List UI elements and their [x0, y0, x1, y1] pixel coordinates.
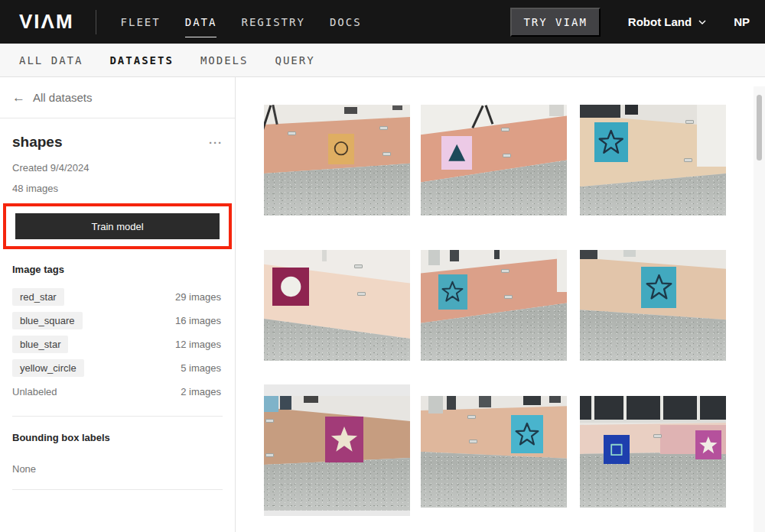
train-model-button[interactable]: Train model	[15, 213, 220, 239]
photo-detail	[625, 105, 638, 115]
photo	[580, 105, 726, 216]
photo-detail	[697, 396, 700, 420]
tab-all-data[interactable]: ALL DATA	[19, 54, 83, 66]
shape-card	[604, 435, 630, 464]
sidebar-divider	[12, 489, 223, 490]
photo-detail	[494, 250, 500, 259]
tag-count: 12 images	[175, 339, 221, 350]
shape-card	[325, 417, 363, 462]
dataset-info-section: shapes ··· Created 9/4/2024 48 images Tr…	[0, 118, 235, 490]
nav-item-fleet[interactable]: FLEET	[121, 11, 161, 33]
tab-models[interactable]: MODELS	[200, 54, 249, 66]
photo	[580, 396, 726, 508]
tab-query[interactable]: QUERY	[275, 54, 314, 66]
photo-detail	[392, 105, 402, 110]
star-glyph	[515, 420, 539, 449]
viam-data-page: VIΛM FLEET DATA REGISTRY DOCS TRY VIAM R…	[0, 0, 765, 532]
photo-detail	[580, 105, 620, 118]
star-glyph	[330, 422, 359, 457]
dataset-image[interactable]	[421, 396, 567, 508]
tab-datasets[interactable]: DATASETS	[109, 54, 173, 66]
try-viam-button[interactable]: TRY VIAM	[510, 8, 600, 37]
star-glyph	[698, 434, 718, 456]
hinge-mark	[469, 440, 477, 443]
photo-detail	[428, 250, 440, 265]
star-glyph	[598, 127, 623, 157]
tag-pill-blue-star[interactable]: blue_star	[12, 336, 68, 353]
nav-item-registry[interactable]: REGISTRY	[241, 11, 304, 33]
dataset-image[interactable]	[580, 250, 726, 361]
dataset-image[interactable]	[421, 105, 567, 216]
photo-detail	[428, 396, 443, 414]
hinge-mark	[382, 152, 391, 156]
dataset-created-date: Created 9/4/2024	[12, 162, 223, 174]
tag-pill-blue-square[interactable]: blue_square	[12, 312, 83, 329]
tag-count: 16 images	[175, 315, 221, 326]
scrollbar-track[interactable]	[754, 86, 765, 532]
tag-pill-yellow-circle[interactable]: yellow_circle	[12, 359, 84, 377]
hinge-mark	[684, 158, 692, 162]
photo-detail	[264, 396, 278, 412]
hinge-mark	[501, 269, 509, 273]
dataset-image[interactable]	[264, 384, 410, 516]
tag-row: Unlabeled 2 images	[12, 380, 223, 404]
back-label: All datasets	[33, 91, 93, 104]
tag-count: 5 images	[181, 362, 221, 374]
photo	[421, 250, 567, 361]
photo	[264, 250, 410, 361]
dataset-image-count: 48 images	[12, 183, 223, 194]
hinge-mark	[265, 453, 274, 457]
tag-count: 29 images	[175, 291, 221, 303]
scrollbar-thumb[interactable]	[757, 95, 762, 161]
shape-card	[641, 267, 676, 308]
photo-detail	[280, 396, 291, 410]
star-glyph	[441, 278, 464, 305]
bounding-box-labels-value: None	[12, 463, 223, 489]
photo-detail	[580, 420, 726, 423]
photo	[421, 396, 567, 508]
hinge-mark	[354, 264, 363, 268]
star-glyph	[646, 271, 672, 303]
tag-pill-red-star[interactable]: red_star	[12, 288, 64, 306]
back-to-datasets-link[interactable]: ← All datasets	[0, 77, 235, 118]
image-tags-list: red_star 29 images blue_square 16 images…	[12, 285, 223, 404]
hinge-mark	[653, 434, 662, 438]
dataset-image[interactable]	[421, 250, 567, 361]
photo-detail	[557, 250, 567, 292]
shape-card	[272, 268, 309, 306]
image-gallery	[236, 77, 765, 532]
viam-logo[interactable]: VIΛM	[19, 10, 74, 34]
shape-card	[594, 122, 628, 162]
dataset-name: shapes	[12, 134, 62, 151]
dataset-image[interactable]	[580, 396, 726, 508]
data-tabs: ALL DATA DATASETS MODELS QUERY	[0, 44, 765, 77]
circle-glyph	[331, 137, 351, 160]
back-arrow-icon: ←	[12, 90, 25, 105]
photo-detail	[450, 250, 458, 261]
dataset-sidebar: ← All datasets shapes ··· Created 9/4/20…	[0, 77, 236, 532]
dataset-image[interactable]	[264, 250, 410, 361]
photo-detail	[591, 396, 594, 420]
nav-item-docs[interactable]: DOCS	[330, 11, 362, 33]
tag-row: blue_square 16 images	[12, 309, 223, 332]
photo	[264, 105, 410, 216]
dataset-image[interactable]	[264, 105, 410, 216]
user-avatar[interactable]: NP	[734, 15, 750, 28]
shape-card	[511, 415, 543, 453]
shape-card	[695, 430, 721, 459]
nav-item-data[interactable]: DATA	[185, 11, 217, 33]
topnav-right: TRY VIAM Robot Land NP	[510, 8, 750, 37]
top-navigation: VIΛM FLEET DATA REGISTRY DOCS TRY VIAM R…	[0, 0, 765, 44]
photo	[264, 396, 410, 511]
hinge-mark	[357, 292, 366, 296]
photo-detail	[549, 105, 564, 116]
dataset-menu-button[interactable]: ···	[209, 136, 223, 149]
photo-detail	[479, 396, 490, 407]
hinge-mark	[265, 419, 274, 423]
org-switcher[interactable]: Robot Land	[628, 15, 706, 28]
photo-detail	[523, 396, 541, 405]
hinge-mark	[501, 128, 509, 131]
tag-row: blue_star 12 images	[12, 332, 223, 356]
circle-glyph	[277, 272, 304, 301]
dataset-image[interactable]	[580, 105, 726, 216]
